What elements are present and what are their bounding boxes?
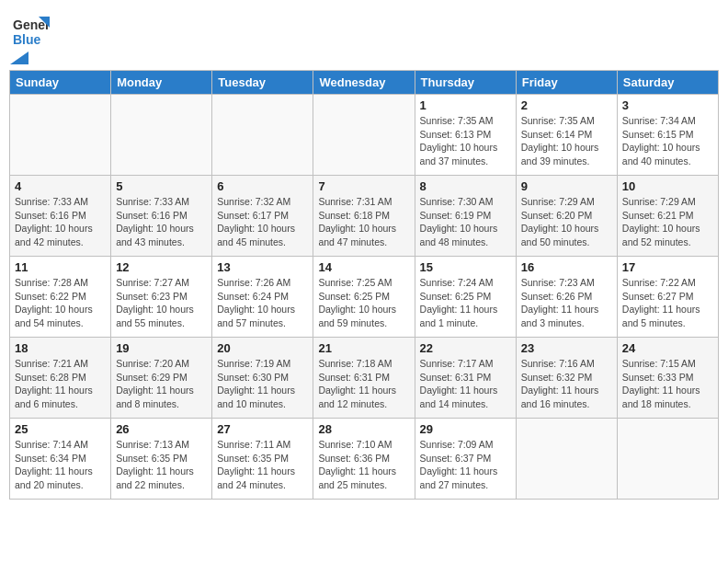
day-info: Sunrise: 7:18 AM Sunset: 6:31 PM Dayligh… [318, 357, 409, 411]
day-info: Sunrise: 7:31 AM Sunset: 6:18 PM Dayligh… [318, 195, 409, 249]
day-info: Sunrise: 7:19 AM Sunset: 6:30 PM Dayligh… [217, 357, 308, 411]
day-header-saturday: Saturday [617, 71, 718, 95]
calendar-cell: 9Sunrise: 7:29 AM Sunset: 6:20 PM Daylig… [516, 176, 617, 257]
calendar-cell: 16Sunrise: 7:23 AM Sunset: 6:26 PM Dayli… [516, 257, 617, 338]
day-header-sunday: Sunday [10, 71, 111, 95]
calendar-cell: 26Sunrise: 7:13 AM Sunset: 6:35 PM Dayli… [111, 419, 212, 500]
calendar-cell: 5Sunrise: 7:33 AM Sunset: 6:16 PM Daylig… [111, 176, 212, 257]
calendar-week-row: 25Sunrise: 7:14 AM Sunset: 6:34 PM Dayli… [10, 419, 719, 500]
day-info: Sunrise: 7:11 AM Sunset: 6:35 PM Dayligh… [217, 438, 308, 492]
calendar-cell: 28Sunrise: 7:10 AM Sunset: 6:36 PM Dayli… [313, 419, 415, 500]
day-info: Sunrise: 7:26 AM Sunset: 6:24 PM Dayligh… [217, 276, 308, 330]
day-info: Sunrise: 7:16 AM Sunset: 6:32 PM Dayligh… [521, 357, 612, 411]
day-number: 3 [622, 98, 713, 112]
day-header-friday: Friday [516, 71, 617, 95]
day-header-tuesday: Tuesday [212, 71, 313, 95]
calendar-cell [617, 419, 718, 500]
day-info: Sunrise: 7:13 AM Sunset: 6:35 PM Dayligh… [116, 438, 207, 492]
day-number: 7 [318, 179, 409, 193]
day-info: Sunrise: 7:33 AM Sunset: 6:16 PM Dayligh… [116, 195, 207, 249]
calendar-cell: 8Sunrise: 7:30 AM Sunset: 6:19 PM Daylig… [415, 176, 516, 257]
calendar-cell [212, 95, 313, 176]
day-header-monday: Monday [111, 71, 212, 95]
calendar-cell: 13Sunrise: 7:26 AM Sunset: 6:24 PM Dayli… [212, 257, 313, 338]
logo: General Blue [9, 9, 51, 64]
day-info: Sunrise: 7:17 AM Sunset: 6:31 PM Dayligh… [420, 357, 511, 411]
calendar-cell: 29Sunrise: 7:09 AM Sunset: 6:37 PM Dayli… [415, 419, 516, 500]
day-header-thursday: Thursday [415, 71, 516, 95]
day-number: 12 [116, 260, 207, 274]
day-info: Sunrise: 7:09 AM Sunset: 6:37 PM Dayligh… [420, 438, 511, 492]
day-number: 26 [116, 422, 207, 436]
calendar-cell: 24Sunrise: 7:15 AM Sunset: 6:33 PM Dayli… [617, 338, 718, 419]
day-number: 14 [318, 260, 409, 274]
calendar-cell: 11Sunrise: 7:28 AM Sunset: 6:22 PM Dayli… [10, 257, 111, 338]
calendar-cell: 25Sunrise: 7:14 AM Sunset: 6:34 PM Dayli… [10, 419, 111, 500]
day-info: Sunrise: 7:21 AM Sunset: 6:28 PM Dayligh… [15, 357, 106, 411]
day-number: 2 [521, 98, 612, 112]
calendar-cell: 15Sunrise: 7:24 AM Sunset: 6:25 PM Dayli… [415, 257, 516, 338]
calendar-week-row: 18Sunrise: 7:21 AM Sunset: 6:28 PM Dayli… [10, 338, 719, 419]
day-info: Sunrise: 7:33 AM Sunset: 6:16 PM Dayligh… [15, 195, 106, 249]
calendar-cell: 20Sunrise: 7:19 AM Sunset: 6:30 PM Dayli… [212, 338, 313, 419]
day-info: Sunrise: 7:23 AM Sunset: 6:26 PM Dayligh… [521, 276, 612, 330]
calendar-cell [111, 95, 212, 176]
day-info: Sunrise: 7:29 AM Sunset: 6:21 PM Dayligh… [622, 195, 713, 249]
calendar-cell: 7Sunrise: 7:31 AM Sunset: 6:18 PM Daylig… [313, 176, 415, 257]
day-number: 29 [420, 422, 511, 436]
calendar-cell: 12Sunrise: 7:27 AM Sunset: 6:23 PM Dayli… [111, 257, 212, 338]
calendar-cell [10, 95, 111, 176]
day-info: Sunrise: 7:27 AM Sunset: 6:23 PM Dayligh… [116, 276, 207, 330]
day-info: Sunrise: 7:34 AM Sunset: 6:15 PM Dayligh… [622, 114, 713, 168]
day-number: 28 [318, 422, 409, 436]
calendar-cell [313, 95, 415, 176]
day-info: Sunrise: 7:35 AM Sunset: 6:13 PM Dayligh… [420, 114, 511, 168]
day-number: 27 [217, 422, 308, 436]
day-number: 17 [622, 260, 713, 274]
calendar-cell: 18Sunrise: 7:21 AM Sunset: 6:28 PM Dayli… [10, 338, 111, 419]
logo-icon: General Blue [9, 9, 50, 50]
day-number: 21 [318, 341, 409, 355]
calendar-cell: 2Sunrise: 7:35 AM Sunset: 6:14 PM Daylig… [516, 95, 617, 176]
day-number: 5 [116, 179, 207, 193]
calendar-cell: 21Sunrise: 7:18 AM Sunset: 6:31 PM Dayli… [313, 338, 415, 419]
day-info: Sunrise: 7:10 AM Sunset: 6:36 PM Dayligh… [318, 438, 409, 492]
day-info: Sunrise: 7:30 AM Sunset: 6:19 PM Dayligh… [420, 195, 511, 249]
calendar-week-row: 11Sunrise: 7:28 AM Sunset: 6:22 PM Dayli… [10, 257, 719, 338]
day-number: 10 [622, 179, 713, 193]
calendar-week-row: 1Sunrise: 7:35 AM Sunset: 6:13 PM Daylig… [10, 95, 719, 176]
calendar-week-row: 4Sunrise: 7:33 AM Sunset: 6:16 PM Daylig… [10, 176, 719, 257]
day-info: Sunrise: 7:15 AM Sunset: 6:33 PM Dayligh… [622, 357, 713, 411]
day-number: 11 [15, 260, 106, 274]
day-number: 8 [420, 179, 511, 193]
calendar-cell: 22Sunrise: 7:17 AM Sunset: 6:31 PM Dayli… [415, 338, 516, 419]
calendar-cell: 19Sunrise: 7:20 AM Sunset: 6:29 PM Dayli… [111, 338, 212, 419]
day-number: 22 [420, 341, 511, 355]
svg-marker-4 [10, 52, 28, 64]
day-number: 24 [622, 341, 713, 355]
calendar-cell: 23Sunrise: 7:16 AM Sunset: 6:32 PM Dayli… [516, 338, 617, 419]
day-info: Sunrise: 7:28 AM Sunset: 6:22 PM Dayligh… [15, 276, 106, 330]
day-info: Sunrise: 7:25 AM Sunset: 6:25 PM Dayligh… [318, 276, 409, 330]
day-info: Sunrise: 7:29 AM Sunset: 6:20 PM Dayligh… [521, 195, 612, 249]
calendar-cell [516, 419, 617, 500]
day-info: Sunrise: 7:35 AM Sunset: 6:14 PM Dayligh… [521, 114, 612, 168]
logo-triangle-icon [10, 52, 28, 64]
day-number: 9 [521, 179, 612, 193]
day-number: 23 [521, 341, 612, 355]
calendar-cell: 10Sunrise: 7:29 AM Sunset: 6:21 PM Dayli… [617, 176, 718, 257]
day-number: 13 [217, 260, 308, 274]
day-number: 6 [217, 179, 308, 193]
svg-text:Blue: Blue [13, 32, 41, 47]
day-number: 25 [15, 422, 106, 436]
calendar-cell: 4Sunrise: 7:33 AM Sunset: 6:16 PM Daylig… [10, 176, 111, 257]
calendar-cell: 1Sunrise: 7:35 AM Sunset: 6:13 PM Daylig… [415, 95, 516, 176]
day-number: 19 [116, 341, 207, 355]
day-number: 4 [15, 179, 106, 193]
day-info: Sunrise: 7:32 AM Sunset: 6:17 PM Dayligh… [217, 195, 308, 249]
calendar-cell: 27Sunrise: 7:11 AM Sunset: 6:35 PM Dayli… [212, 419, 313, 500]
page-header: General Blue [9, 9, 719, 64]
day-header-wednesday: Wednesday [313, 71, 415, 95]
calendar-cell: 17Sunrise: 7:22 AM Sunset: 6:27 PM Dayli… [617, 257, 718, 338]
calendar-table: SundayMondayTuesdayWednesdayThursdayFrid… [9, 70, 719, 500]
